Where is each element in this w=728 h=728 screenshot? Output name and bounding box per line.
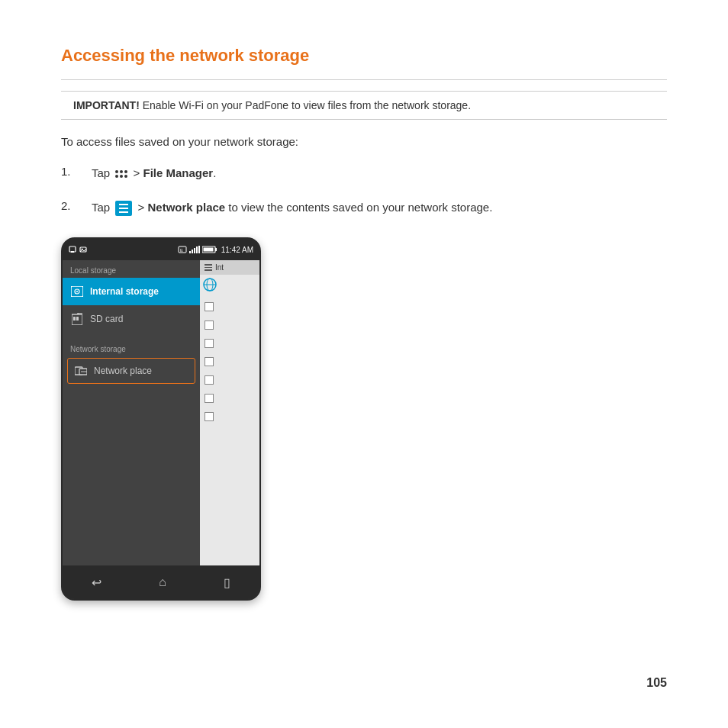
svg-rect-12 xyxy=(215,248,217,251)
svg-rect-8 xyxy=(194,248,195,253)
network-place-label: Network place xyxy=(147,201,225,214)
right-panel: Int xyxy=(200,260,259,565)
phone-device: E 11:42 AM Local storage xyxy=(61,237,261,601)
important-text: Enable Wi-Fi on your PadFone to view fil… xyxy=(140,99,471,111)
home-button[interactable]: ⌂ xyxy=(159,575,166,589)
step-1-num: 1. xyxy=(61,165,92,178)
image-icon xyxy=(79,246,87,253)
svg-rect-9 xyxy=(196,246,198,253)
checkbox-4 xyxy=(205,357,214,366)
checkbox-3 xyxy=(205,339,214,348)
page-title: Accessing the network storage xyxy=(61,46,667,66)
sidebar-item-network[interactable]: Network place xyxy=(67,358,195,384)
file-manager-label: File Manager xyxy=(143,166,213,179)
right-header-text: Int xyxy=(215,263,224,272)
notification-icon xyxy=(69,246,76,253)
svg-rect-18 xyxy=(73,317,76,321)
network-place-icon xyxy=(74,364,88,378)
status-right: E 11:42 AM xyxy=(178,246,253,254)
important-label: IMPORTANT! xyxy=(73,99,140,111)
globe-row xyxy=(200,275,259,295)
sidebar-item-sdcard[interactable]: SD card xyxy=(63,305,200,333)
step-2: 2. Tap > Network place to view the conte… xyxy=(61,199,667,217)
internal-storage-text: Internal storage xyxy=(90,286,159,297)
right-item-5 xyxy=(200,371,259,389)
svg-point-16 xyxy=(76,291,78,292)
title-divider xyxy=(61,79,667,80)
page-number: 105 xyxy=(646,676,667,690)
step-1: 1. Tap > File Manager. xyxy=(61,165,667,182)
network-storage-label: Network storage xyxy=(63,339,200,356)
step-2-content: Tap > Network place to view the contents… xyxy=(92,199,492,217)
checkbox-5 xyxy=(205,375,214,385)
svg-text:E: E xyxy=(180,248,183,253)
checkbox-6 xyxy=(205,394,214,403)
phone-screenshot-container: E 11:42 AM Local storage xyxy=(61,237,667,601)
svg-rect-7 xyxy=(192,250,193,253)
status-left-icons xyxy=(69,246,87,253)
phone-screen: Local storage Internal storage SD car xyxy=(63,260,259,565)
phone-sidebar: Local storage Internal storage SD car xyxy=(63,260,200,565)
right-panel-items xyxy=(200,295,259,429)
dots-icon xyxy=(113,166,133,179)
svg-rect-6 xyxy=(189,251,191,253)
menu-icon xyxy=(113,201,137,214)
right-panel-header: Int xyxy=(200,260,259,275)
step-1-content: Tap > File Manager. xyxy=(92,165,216,182)
local-storage-label: Local storage xyxy=(63,260,200,278)
steps-list: 1. Tap > File Manager. 2. Tap xyxy=(61,165,667,216)
signal-icon xyxy=(189,246,200,253)
sim-icon: E xyxy=(178,246,187,253)
network-place-text: Network place xyxy=(94,366,152,376)
sdcard-text: SD card xyxy=(90,314,123,324)
intro-text: To access files saved on your network st… xyxy=(61,135,667,148)
svg-rect-1 xyxy=(71,251,74,253)
svg-rect-13 xyxy=(203,248,213,252)
svg-rect-0 xyxy=(69,246,76,252)
globe-icon xyxy=(203,278,217,292)
svg-rect-19 xyxy=(76,317,79,321)
back-button[interactable]: ↩ xyxy=(92,575,101,590)
right-item-4 xyxy=(200,353,259,371)
recents-button[interactable]: ▯ xyxy=(224,575,230,590)
right-item-7 xyxy=(200,407,259,426)
page-content: Accessing the network storage IMPORTANT!… xyxy=(0,0,728,631)
time-display: 11:42 AM xyxy=(221,246,253,254)
sdcard-icon xyxy=(70,312,84,326)
important-box: IMPORTANT! Enable Wi-Fi on your PadFone … xyxy=(61,91,667,120)
menu-lines-icon xyxy=(205,264,212,271)
right-item-3 xyxy=(200,334,259,353)
internal-storage-icon xyxy=(70,285,84,298)
battery-icon xyxy=(202,246,217,253)
status-bar: E 11:42 AM xyxy=(63,239,259,260)
sidebar-item-internal[interactable]: Internal storage xyxy=(63,278,200,305)
step-2-num: 2. xyxy=(61,199,92,212)
right-item-2 xyxy=(200,316,259,334)
checkbox-1 xyxy=(205,302,214,311)
nav-bar: ↩ ⌂ ▯ xyxy=(63,565,259,599)
svg-rect-10 xyxy=(198,246,200,253)
right-item-6 xyxy=(200,389,259,407)
right-item-1 xyxy=(200,298,259,316)
checkbox-2 xyxy=(205,321,214,330)
checkbox-7 xyxy=(205,412,214,421)
